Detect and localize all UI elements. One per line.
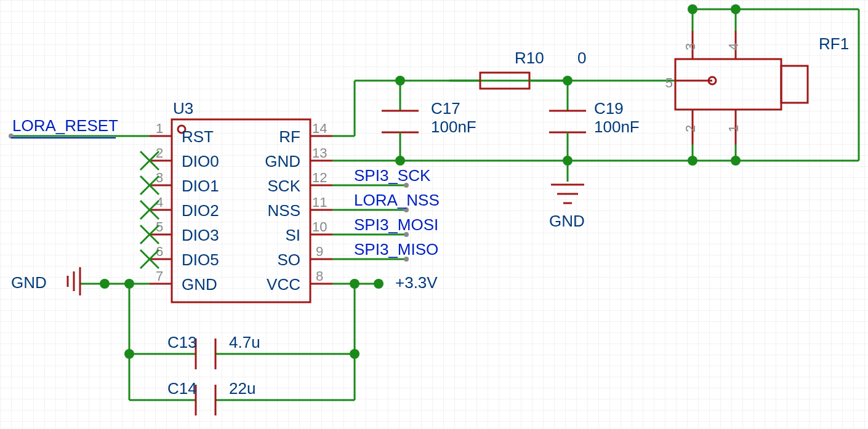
svg-text:10: 10 (312, 219, 327, 235)
svg-text:LORA_NSS: LORA_NSS (354, 191, 440, 209)
svg-text:SPI3_MOSI: SPI3_MOSI (354, 215, 438, 234)
schematic-canvas: U3 1 RST 2 DIO0 3 DIO1 4 DIO2 5 DIO3 6 D… (0, 0, 868, 429)
svg-text:RST: RST (182, 127, 214, 146)
svg-point-59 (100, 279, 110, 289)
svg-text:C17: C17 (431, 99, 460, 118)
svg-text:8: 8 (316, 268, 323, 284)
svg-text:RF: RF (279, 127, 300, 146)
svg-text:SO: SO (277, 251, 300, 269)
svg-text:DIO3: DIO3 (182, 226, 219, 244)
svg-text:DIO1: DIO1 (182, 177, 219, 195)
svg-text:SPI3_SCK: SPI3_SCK (354, 166, 431, 185)
svg-text:3: 3 (683, 43, 698, 50)
u3-ref: U3 (173, 99, 193, 118)
svg-text:NSS: NSS (268, 201, 300, 220)
svg-text:VCC: VCC (267, 275, 300, 294)
svg-text:4: 4 (726, 43, 741, 50)
svg-text:RF1: RF1 (819, 34, 849, 53)
svg-text:5: 5 (665, 75, 673, 90)
svg-text:1: 1 (726, 125, 741, 132)
svg-text:GND: GND (265, 152, 300, 170)
svg-text:LORA_RESET: LORA_RESET (12, 116, 118, 135)
svg-text:GND: GND (11, 273, 47, 292)
svg-point-79 (374, 279, 384, 289)
svg-text:DIO2: DIO2 (182, 201, 219, 220)
svg-point-126 (688, 4, 697, 14)
svg-text:DIO5: DIO5 (182, 251, 219, 269)
svg-text:22u: 22u (229, 379, 255, 398)
svg-text:100nF: 100nF (594, 118, 640, 136)
svg-text:12: 12 (312, 170, 327, 185)
svg-text:C13: C13 (167, 333, 197, 351)
svg-text:C19: C19 (594, 99, 624, 118)
svg-text:R10: R10 (515, 49, 544, 67)
svg-text:13: 13 (312, 145, 327, 161)
svg-text:+3.3V: +3.3V (395, 273, 438, 292)
svg-text:4.7u: 4.7u (229, 333, 260, 351)
svg-text:9: 9 (316, 244, 323, 259)
svg-text:0: 0 (577, 49, 586, 67)
svg-text:11: 11 (312, 194, 327, 210)
svg-text:100nF: 100nF (431, 118, 476, 136)
svg-text:1: 1 (156, 121, 163, 136)
svg-text:GND: GND (549, 212, 585, 230)
svg-text:GND: GND (182, 275, 217, 294)
svg-text:DIO0: DIO0 (182, 152, 219, 170)
svg-text:SI: SI (285, 226, 300, 244)
svg-text:SPI3_MISO: SPI3_MISO (354, 240, 438, 259)
svg-text:SCK: SCK (268, 177, 301, 195)
svg-text:7: 7 (156, 268, 163, 284)
svg-text:C14: C14 (167, 379, 197, 398)
svg-text:2: 2 (683, 125, 698, 132)
svg-text:14: 14 (312, 121, 327, 136)
